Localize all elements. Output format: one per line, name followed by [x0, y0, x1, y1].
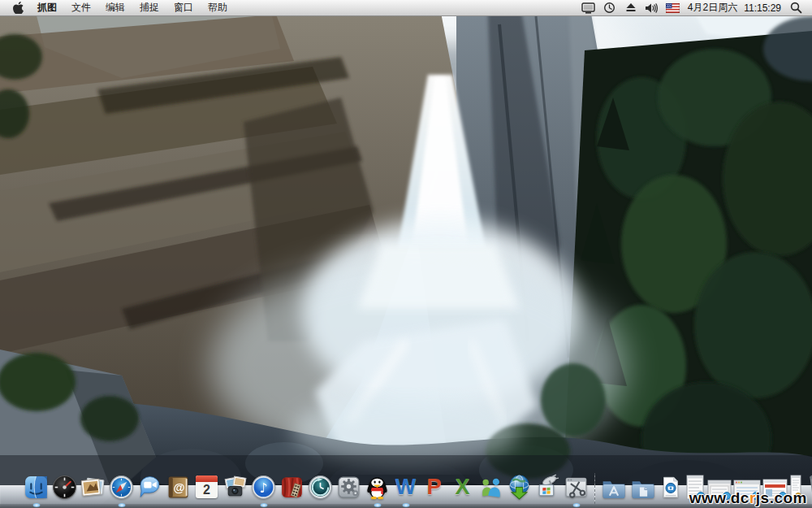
running-indicator — [402, 503, 409, 507]
menu-bar: 抓图 文件 编辑 捕捉 窗口 帮助 4月2日周六 — [0, 0, 812, 16]
dock-item-powerpoint[interactable]: P — [421, 474, 447, 501]
dock-item-photo-booth[interactable] — [222, 474, 248, 501]
dock-item-grab[interactable] — [563, 474, 590, 501]
running-indicator — [374, 503, 381, 507]
running-indicator — [118, 503, 125, 507]
svg-text:@: @ — [173, 481, 184, 494]
watermark-suffix: js.com — [756, 489, 807, 506]
dock-divider — [591, 468, 598, 501]
dock-item-download-globe[interactable] — [506, 474, 533, 501]
ical-day: 2 — [196, 482, 218, 497]
eject-icon[interactable] — [623, 0, 639, 15]
menu-file[interactable]: 文件 — [64, 0, 98, 15]
dock-item-preview[interactable] — [80, 474, 106, 501]
site-watermark: www.dcrjs.com — [689, 489, 807, 507]
dock-item-screenshot-document[interactable] — [659, 474, 683, 501]
dock-item-finder[interactable] — [23, 474, 50, 501]
apple-logo-icon — [13, 2, 24, 14]
display-icon[interactable] — [581, 0, 597, 15]
dock-item-qq[interactable] — [364, 474, 391, 501]
dock-item-front-row[interactable] — [279, 474, 305, 501]
ical-header — [196, 475, 218, 482]
time-machine-menu-icon[interactable] — [602, 0, 618, 15]
running-indicator — [260, 503, 267, 507]
dock-item-itunes[interactable]: ♪ — [250, 474, 277, 501]
dock-item-ichat[interactable] — [136, 474, 163, 501]
us-flag-icon[interactable] — [665, 0, 681, 15]
powerpoint-letter: P — [421, 474, 447, 501]
excel-letter: X — [449, 474, 476, 501]
menu-clock[interactable]: 4月2日周六 11:15:29 — [686, 1, 783, 15]
word-letter: W — [392, 474, 419, 501]
menu-edit[interactable]: 编辑 — [98, 0, 132, 15]
dock-item-ical[interactable]: 2 — [193, 474, 220, 501]
svg-text:♪: ♪ — [259, 480, 268, 496]
menu-date: 4月2日周六 — [688, 1, 737, 15]
dock-item-remote-desktop[interactable] — [534, 474, 561, 501]
menu-app-name[interactable]: 抓图 — [30, 0, 64, 15]
dock-item-system-preferences[interactable] — [335, 474, 362, 501]
dock-item-word[interactable]: W — [392, 474, 419, 501]
desktop-wallpaper — [0, 0, 812, 508]
dock-item-documents-folder[interactable] — [629, 474, 657, 501]
running-indicator — [32, 503, 40, 507]
menu-help[interactable]: 帮助 — [201, 0, 235, 15]
watermark-accent: r — [749, 489, 756, 506]
dock-item-safari[interactable] — [108, 474, 135, 501]
dock-item-address-book[interactable]: @ — [165, 474, 192, 501]
dock-item-time-machine[interactable] — [307, 474, 334, 501]
dock-item-dashboard[interactable] — [51, 474, 78, 501]
dock-item-excel[interactable]: X — [449, 474, 476, 501]
spotlight-icon[interactable] — [788, 0, 804, 15]
menu-capture[interactable]: 捕捉 — [132, 0, 166, 15]
dock-item-applications-folder[interactable] — [600, 474, 628, 501]
running-indicator — [572, 503, 580, 507]
desktop: 抓图 文件 编辑 捕捉 窗口 帮助 4月2日周六 — [0, 0, 812, 508]
watermark-prefix: www.dc — [689, 489, 749, 506]
volume-icon[interactable] — [644, 0, 660, 15]
dock-item-msn-messenger[interactable] — [477, 474, 504, 501]
menu-time: 11:15:29 — [744, 2, 781, 14]
apple-menu[interactable] — [6, 2, 30, 14]
menu-window[interactable]: 窗口 — [166, 0, 201, 15]
